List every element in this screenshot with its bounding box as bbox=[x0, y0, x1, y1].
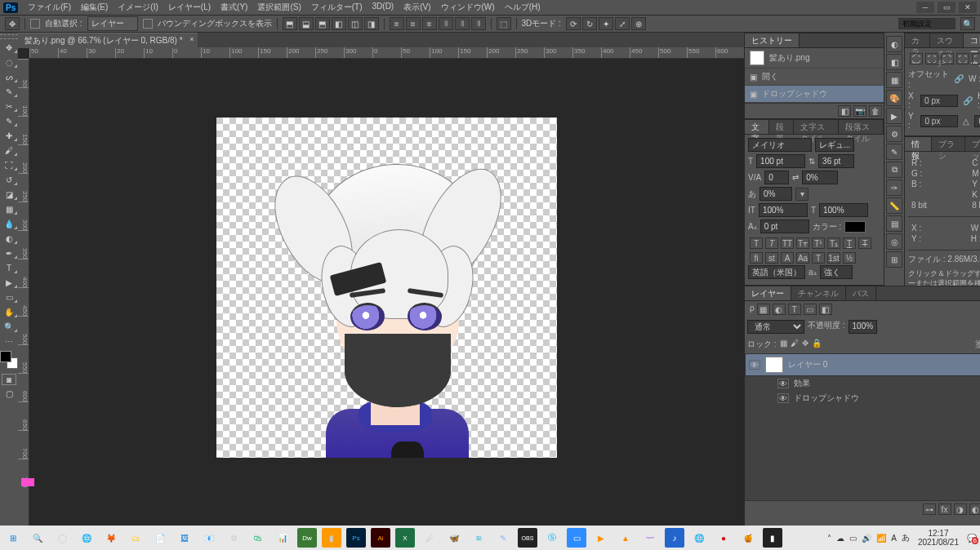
leading-field[interactable] bbox=[818, 154, 854, 168]
settings-icon[interactable]: ⚙ bbox=[224, 528, 243, 548]
layer-visibility-icon[interactable]: 👁 bbox=[749, 360, 760, 370]
paths-icon[interactable]: ✑ bbox=[886, 180, 902, 196]
effect-visibility-icon[interactable]: 👁 bbox=[777, 393, 789, 403]
taskmgr-icon[interactable]: 📊 bbox=[273, 528, 292, 548]
chrome-icon[interactable]: 🌐 bbox=[77, 528, 96, 548]
crop-tool[interactable]: ✂ bbox=[0, 100, 18, 113]
filter-adjust-icon[interactable]: ◐ bbox=[773, 304, 786, 315]
menu-view[interactable]: 表示(V) bbox=[400, 0, 434, 15]
dodge-tool[interactable]: ◐ bbox=[0, 232, 18, 245]
x-field[interactable]: 0 px bbox=[920, 95, 958, 107]
dreamweaver-icon[interactable]: Dw bbox=[297, 528, 317, 548]
marquee-tool[interactable]: ◌ bbox=[0, 55, 18, 69]
clone-src-5-icon[interactable]: ⛶ bbox=[972, 53, 980, 64]
menu-layer[interactable]: レイヤー(L) bbox=[165, 0, 214, 15]
distribute-left-icon[interactable]: ⫴ bbox=[439, 17, 453, 30]
underline-icon[interactable]: T bbox=[843, 237, 856, 249]
start-button[interactable]: ⊞ bbox=[3, 528, 23, 548]
search-taskbar-icon[interactable]: 🔍 bbox=[28, 528, 47, 548]
layer-name[interactable]: レイヤー 0 bbox=[788, 359, 827, 370]
para-style-tab[interactable]: 段落スタイル bbox=[839, 120, 884, 134]
baseline-field[interactable]: 0 pt bbox=[760, 220, 809, 233]
paths-tab[interactable]: パス bbox=[846, 286, 876, 300]
distribute-top-icon[interactable]: ≡ bbox=[390, 17, 404, 30]
blur-tool[interactable]: 💧 bbox=[0, 217, 18, 230]
eyedropper-tool[interactable]: ✎ bbox=[0, 114, 18, 127]
obs-icon[interactable]: OBS bbox=[518, 528, 537, 548]
eraser-tool[interactable]: ◪ bbox=[0, 188, 18, 201]
subscript-icon[interactable]: T₁ bbox=[827, 237, 840, 249]
notes-icon[interactable]: ✎ bbox=[886, 144, 902, 160]
ot-6-icon[interactable]: 1st bbox=[827, 252, 840, 264]
pen-tool[interactable]: ✒ bbox=[0, 246, 18, 259]
bold-icon[interactable]: T bbox=[750, 237, 763, 249]
clone-src-2-icon[interactable]: ⛶ bbox=[925, 53, 938, 64]
comps-icon[interactable]: ▤ bbox=[886, 215, 902, 232]
lasso-tool[interactable]: ᔕ bbox=[0, 70, 18, 83]
illustrator-icon[interactable]: Ai bbox=[371, 528, 390, 548]
layer-dropshadow-row[interactable]: 👁 ドロップシャドウ bbox=[745, 391, 980, 406]
clone-src-3-icon[interactable]: ⛶ bbox=[941, 53, 954, 64]
path-select-tool[interactable]: ▶ bbox=[0, 276, 18, 289]
y-field[interactable]: 0 px bbox=[920, 115, 958, 127]
foreground-color[interactable] bbox=[0, 351, 11, 362]
menu-image[interactable]: イメージ(I) bbox=[114, 0, 161, 15]
stamp-tool[interactable]: ⛶ bbox=[0, 158, 18, 171]
quick-select-tool[interactable]: ✎ bbox=[0, 85, 18, 98]
mode3d-2-icon[interactable]: ↻ bbox=[582, 17, 597, 30]
layer-filter-kind-icon[interactable]: ρ bbox=[750, 304, 755, 315]
zoom-icon[interactable]: ▭ bbox=[567, 528, 586, 548]
gradient-tool[interactable]: ▦ bbox=[0, 202, 18, 215]
heal-tool[interactable]: ✚ bbox=[0, 129, 18, 142]
create-document-icon[interactable]: ◧ bbox=[838, 105, 851, 117]
screen-mode[interactable]: ▢ bbox=[0, 387, 18, 400]
channels-tab[interactable]: チャンネル bbox=[791, 286, 846, 300]
shape-tool[interactable]: ▭ bbox=[0, 291, 18, 304]
history-step-open[interactable]: ▣ 開く bbox=[745, 69, 884, 86]
brush-tab[interactable]: ブラシ bbox=[932, 137, 965, 151]
swatches-tab[interactable]: スウォッチ bbox=[930, 33, 964, 47]
minimize-button[interactable]: ─ bbox=[916, 2, 934, 13]
layer-item[interactable]: 👁 レイヤー 0 fx ▾ bbox=[745, 353, 980, 376]
photos-icon[interactable]: 🖼 bbox=[175, 528, 194, 548]
notepad-icon[interactable]: 📄 bbox=[150, 528, 170, 548]
link-layers-icon[interactable]: ⊶ bbox=[923, 503, 936, 515]
distribute-right-icon[interactable]: ⫴ bbox=[471, 17, 486, 30]
align-top-icon[interactable]: ⬒ bbox=[283, 17, 297, 30]
cortana-icon[interactable]: ◯ bbox=[52, 528, 72, 548]
char-style-tab[interactable]: 文字スタイル bbox=[794, 120, 839, 134]
media-icon[interactable]: ▶ bbox=[591, 528, 611, 548]
adjustment-layer-icon[interactable]: ◐ bbox=[969, 503, 981, 515]
link-icon[interactable]: 🔗 bbox=[954, 74, 964, 83]
superscript-icon[interactable]: T¹ bbox=[812, 237, 825, 249]
filter-pixel-icon[interactable]: ▦ bbox=[757, 304, 770, 315]
trash-icon[interactable]: 🗑 bbox=[869, 105, 882, 117]
timeline-icon[interactable]: ⧉ bbox=[886, 162, 902, 178]
more-tools[interactable]: ⋯ bbox=[0, 335, 18, 348]
taskbar-clock[interactable]: 12:17 2021/08/21 bbox=[915, 529, 962, 547]
blend-mode-select[interactable]: 通常 bbox=[747, 320, 804, 334]
tracking-field[interactable] bbox=[802, 171, 838, 184]
photoshop-icon[interactable]: Ps bbox=[346, 528, 366, 548]
sublime-icon[interactable]: ▮ bbox=[322, 528, 341, 548]
distribute-hcenter-icon[interactable]: ⫴ bbox=[455, 17, 470, 30]
align-vcenter-icon[interactable]: ⬓ bbox=[299, 17, 314, 30]
workspace-selector[interactable] bbox=[898, 18, 956, 29]
lock-paint-icon[interactable]: 🖌 bbox=[791, 339, 799, 351]
document-tab[interactable]: 髪あり.png @ 66.7% (レイヤー 0, RGB/8) * × bbox=[18, 33, 198, 48]
menu-3d[interactable]: 3D(D) bbox=[369, 0, 398, 15]
menu-edit[interactable]: 編集(E) bbox=[78, 0, 111, 15]
toolbar-grip[interactable] bbox=[0, 34, 18, 39]
terminal-icon[interactable]: ▮ bbox=[763, 528, 782, 548]
info-tab[interactable]: 情報 bbox=[905, 137, 932, 151]
font-size-field[interactable] bbox=[756, 154, 805, 168]
globe-icon[interactable]: 🌐 bbox=[689, 528, 709, 548]
distribute-bottom-icon[interactable]: ≡ bbox=[422, 17, 437, 30]
tray-battery-icon[interactable]: ▭ bbox=[849, 534, 857, 543]
clone-source-tab[interactable]: コピーソース bbox=[964, 33, 980, 47]
char-tab[interactable]: 文字 bbox=[745, 120, 769, 134]
menu-filter[interactable]: フィルター(T) bbox=[308, 0, 366, 15]
lang-field[interactable] bbox=[748, 265, 805, 279]
layer-effects-row[interactable]: 👁 効果 bbox=[745, 376, 980, 391]
filter-type-icon[interactable]: T bbox=[788, 304, 801, 315]
